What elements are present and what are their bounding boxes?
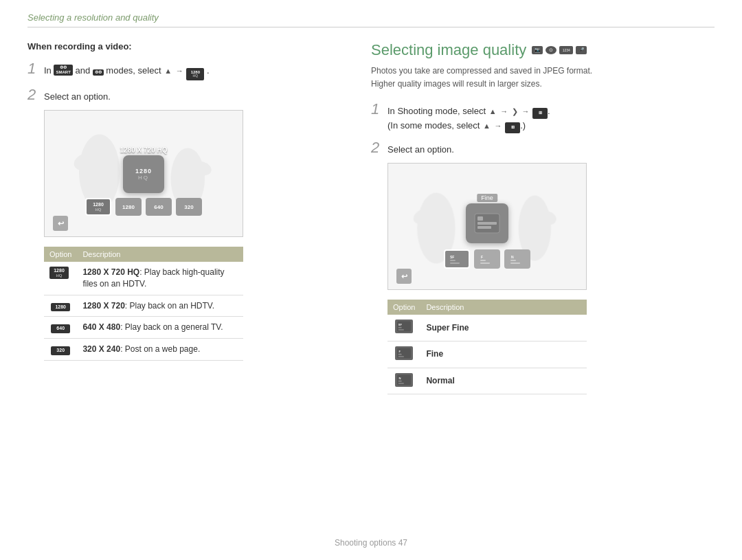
step-1-text: In ⚙⚙SMART and ⚙⚙ modes, select ▲ → 1280… <box>44 61 210 80</box>
right-step-number-2: 2 <box>371 140 382 155</box>
svg-rect-35 <box>398 383 404 384</box>
svg-rect-14 <box>450 260 456 261</box>
svg-rect-15 <box>450 262 460 264</box>
video-options-table: Option Description 1280 HQ 1280 X 720 HQ… <box>44 247 243 361</box>
table-row: SF Super Fine <box>387 315 587 341</box>
table-cell-sf-icon: SF <box>387 315 420 341</box>
svg-rect-34 <box>398 380 402 381</box>
step-number-2: 2 <box>27 87 38 102</box>
f-label: Fine <box>426 349 443 359</box>
cam-opt-320[interactable]: 320 <box>176 198 202 216</box>
arrow-right-r2: ❯ <box>512 107 518 115</box>
fine-icon: F <box>395 346 413 360</box>
arrow-right-r3: → <box>521 107 529 115</box>
cam-opt-1280[interactable]: 1280 <box>115 198 142 216</box>
arrow-right-r4: → <box>495 122 502 130</box>
right-table-header-description: Description <box>420 300 587 315</box>
table-cell-desc: 320 X 240: Post on a web page. <box>77 339 243 361</box>
video-mode-icon: ⚙⚙ <box>93 69 104 76</box>
quality-ui-preview: Fine SF <box>387 163 587 290</box>
arrow-right-1: → <box>176 67 183 75</box>
table-row: F Fine <box>387 341 587 368</box>
smart-mode-icon: ⚙⚙SMART <box>54 65 72 76</box>
table-row: 320 320 X 240: Post on a web page. <box>44 339 243 361</box>
svg-rect-26 <box>398 327 402 328</box>
step-2-text: Select an option. <box>44 87 111 104</box>
svg-text:F: F <box>481 255 483 259</box>
table-cell-desc: 1280 X 720 HQ: Play back high-quality fi… <box>77 262 243 295</box>
left-column: When recording a video: 1 In ⚙⚙SMART and… <box>27 41 344 394</box>
res-1280-icon: 1280 <box>51 303 70 311</box>
svg-rect-22 <box>510 260 516 261</box>
sf-label: Super Fine <box>426 323 469 333</box>
right-step-1: 1 In Shooting mode, select ▲ → ❯ → ⊞. (I… <box>371 102 715 133</box>
svg-rect-11 <box>477 226 491 229</box>
svg-text:N: N <box>399 377 401 380</box>
camera-icon-bottom: HQ <box>138 175 149 181</box>
svg-text:F: F <box>399 350 401 353</box>
fine-center-button <box>466 203 508 243</box>
table-cell-f-desc: Fine <box>420 341 587 368</box>
table-row: 1280 HQ 1280 X 720 HQ: Play back high-qu… <box>44 262 243 295</box>
table-cell-n-desc: Normal <box>420 368 587 394</box>
footer-text: Shooting options 47 <box>335 538 407 548</box>
n-table-icon: N <box>397 374 411 386</box>
description-block: Photos you take are compressed and saved… <box>371 65 715 91</box>
step-number-1: 1 <box>27 61 38 76</box>
super-fine-icon: SF <box>395 320 413 333</box>
res-320-label-bold: 320 X 240 <box>82 344 120 354</box>
table-row: N Normal <box>387 368 587 394</box>
desc-line1: Photos you take are compressed and saved… <box>371 66 592 76</box>
quality-icon2: ⊞ <box>505 122 520 133</box>
when-recording-label: When recording a video: <box>27 41 344 52</box>
page-container: Selecting a resolution and quality When … <box>0 0 742 560</box>
res-icon: 1280 HQ <box>186 68 204 80</box>
normal-icon: N <box>395 373 413 387</box>
n-label: Normal <box>426 376 454 385</box>
camera2-icon: ⊙ <box>546 46 556 54</box>
table-header-option: Option <box>44 247 77 262</box>
quality-icon-svg <box>473 212 501 234</box>
cam-opt-640[interactable]: 640 <box>146 198 172 216</box>
camera-icon-top: 1280 <box>135 168 152 175</box>
res-1280hq-icon: 1280 HQ <box>49 267 69 279</box>
table-row: 1280 1280 X 720: Play back on an HDTV. <box>44 295 243 317</box>
quality-opt-n[interactable]: N <box>504 249 530 269</box>
quality-opt-f[interactable]: F <box>474 249 500 269</box>
svg-rect-10 <box>477 222 497 225</box>
right-step-number-1: 1 <box>371 102 382 117</box>
desc-line2: Higher quality images will result in lar… <box>371 79 542 89</box>
quality-icon: ⊞ <box>532 108 548 119</box>
table-cell-n-icon: N <box>387 368 420 394</box>
quality-options-table: Option Description SF <box>387 300 587 394</box>
cam-opt-1280hq[interactable]: 1280 HQ <box>85 198 111 216</box>
section-title: Selecting image quality 📷 ⊙ 1234 🎤 <box>371 41 715 59</box>
quality-options-row: SF F <box>444 249 530 269</box>
res-640-label-bold: 640 X 480 <box>82 322 120 332</box>
res-1280-label-bold: 1280 X 720 <box>82 301 124 311</box>
right-column: Selecting image quality 📷 ⊙ 1234 🎤 Photo… <box>371 41 715 394</box>
table-cell-desc: 1280 X 720: Play back on an HDTV. <box>77 295 243 317</box>
svg-rect-9 <box>477 216 483 221</box>
table-row: 640 640 X 480: Play back on a general TV… <box>44 317 243 339</box>
table-cell-desc: 640 X 480: Play back on a general TV. <box>77 317 243 339</box>
res-label-bold: 1280 X 720 HQ <box>82 267 139 277</box>
page-header: Selecting a resolution and quality <box>27 0 715 27</box>
back-button-right[interactable]: ↩ <box>396 269 412 284</box>
arrow-right-r1: → <box>500 107 508 115</box>
svg-rect-18 <box>480 260 486 261</box>
right-table-header-option: Option <box>387 300 420 315</box>
camera-center-button: 1280 HQ <box>123 155 164 193</box>
quality-opt-sf[interactable]: SF <box>444 249 470 269</box>
f-icon: F <box>477 251 497 267</box>
sf-table-icon: SF <box>397 320 411 333</box>
camera-options-row: 1280 HQ 1280 640 320 <box>85 198 202 216</box>
table-cell-f-icon: F <box>387 341 420 368</box>
camera-icon: 📷 <box>532 46 543 54</box>
step-2: 2 Select an option. <box>27 87 344 104</box>
arrow-up-1: ▲ <box>164 67 172 75</box>
page-footer: Shooting options 47 <box>0 538 742 548</box>
section-title-text: Selecting image quality <box>371 41 526 59</box>
svg-text:SF: SF <box>450 255 454 259</box>
back-button[interactable]: ↩ <box>53 216 68 231</box>
